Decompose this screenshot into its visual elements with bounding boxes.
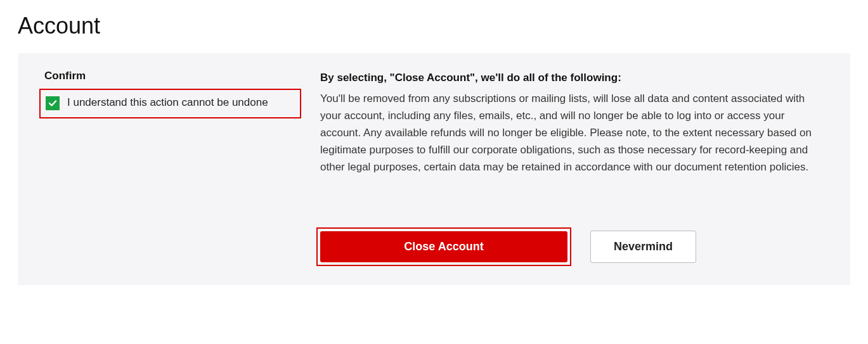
account-close-panel: Confirm I understand this action cannot …: [18, 53, 850, 285]
page-title: Account: [18, 13, 850, 39]
confirm-checkbox-row: I understand this action cannot be undon…: [46, 95, 295, 111]
close-account-button[interactable]: Close Account: [320, 231, 567, 262]
confirm-heading: Confirm: [44, 70, 301, 82]
actions-row: Close Account Nevermind: [320, 227, 815, 266]
nevermind-button[interactable]: Nevermind: [590, 231, 696, 263]
info-heading: By selecting, "Close Account", we'll do …: [320, 70, 815, 86]
confirm-column: Confirm I understand this action cannot …: [44, 70, 301, 266]
confirm-checkbox[interactable]: [46, 96, 60, 110]
close-account-highlight-box: Close Account: [316, 227, 571, 266]
checkmark-icon: [48, 99, 57, 108]
confirm-checkbox-label: I understand this action cannot be undon…: [67, 95, 268, 111]
info-body-text: You'll be removed from any subscriptions…: [320, 90, 815, 176]
info-column: By selecting, "Close Account", we'll do …: [320, 70, 815, 266]
confirm-highlight-box: I understand this action cannot be undon…: [39, 89, 301, 118]
